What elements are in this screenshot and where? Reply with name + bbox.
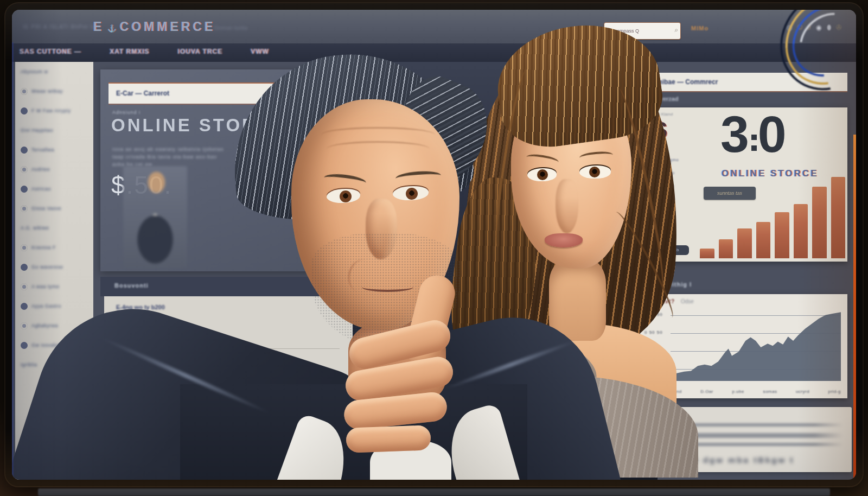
x-axis-label: p.ube <box>732 389 744 394</box>
app-title-pre: E <box>93 20 104 34</box>
sidebar-item-icon <box>21 88 28 95</box>
sidebar-item[interactable]: Wwae witkay <box>15 81 93 101</box>
sidebar-item-icon <box>21 264 28 271</box>
woman-eye-right <box>579 166 611 179</box>
woman-lips <box>545 233 583 247</box>
sidebar-item-label: Gissa Vasve <box>31 206 61 211</box>
copyright-icon[interactable]: © <box>797 24 803 31</box>
eye-icon[interactable]: ◉ <box>816 24 822 31</box>
sidebar-item-label: A waa tyme <box>31 284 60 289</box>
sidebar-item-icon <box>21 205 28 212</box>
area-chart-shape <box>671 309 841 381</box>
sidebar-item-label: Givi Haypitao <box>21 128 53 133</box>
sidebar-item-icon <box>21 303 28 310</box>
x-axis-label: D.Oar <box>700 389 713 394</box>
lock-icon[interactable]: ⬮ <box>827 24 831 31</box>
sidebar-item-label: Agbakyrwa <box>31 323 58 328</box>
bar-chart-bar <box>794 204 808 258</box>
sidebar-item-label: Tervallwa <box>31 147 54 152</box>
x-axis-label: prid-g <box>828 389 841 394</box>
sidebar-item-label: Asiricao <box>31 186 51 192</box>
topbar-left-blur-text: IE PRI A ISLATI BhPet Ul <box>23 24 97 30</box>
topbar-icon-cluster: ◍©∂◉⬮✇ <box>786 24 842 31</box>
sidebar-item-label: Avdrtee <box>31 167 50 172</box>
sidebar-item[interactable]: Avdrtee <box>15 160 93 179</box>
brand-logo-icon: ⚓ <box>107 24 116 33</box>
monitor-stand-base <box>38 488 830 496</box>
sidebar-item-label: A.G. wikiwe <box>21 225 49 231</box>
x-axis-label: somas <box>763 389 777 394</box>
settings-icon[interactable]: ✇ <box>836 24 842 31</box>
man-hand-on-chin <box>348 314 500 471</box>
sidebar-item-icon <box>21 147 28 154</box>
growth-bar-chart <box>700 150 845 258</box>
sidebar-item-label: Wwae witkay <box>31 88 63 94</box>
pensive-man-illustration <box>158 26 538 478</box>
sidebar-item-label: Ayya Gastro <box>31 303 61 309</box>
sidebar-item[interactable]: Asiricao <box>15 179 93 199</box>
sidebar-item[interactable]: A.G. wikiwe <box>15 218 93 238</box>
nav-item[interactable]: XAT RMXIS <box>110 48 149 55</box>
left-lower-strip-header: Bosuvonti <box>114 282 149 289</box>
store-kicker: Adnsiund i <box>112 110 141 115</box>
sidebar-item-icon <box>21 244 28 251</box>
sidebar-item[interactable]: Abyssum w <box>15 62 93 81</box>
sidebar-item-icon <box>21 322 28 329</box>
bar-chart-bar <box>719 239 733 258</box>
sidebar-item[interactable]: F W Faw Airypiy <box>15 101 93 120</box>
forehead-wrinkle <box>327 141 430 157</box>
sidebar-item-icon <box>21 107 28 115</box>
area-chart-plot <box>671 309 841 381</box>
link-icon[interactable]: ∂ <box>807 24 810 31</box>
bar-chart-bar <box>831 177 846 258</box>
globe-icon[interactable]: ◍ <box>786 24 792 31</box>
bar-chart-bar <box>737 228 752 258</box>
sidebar-item[interactable]: A waa tyme <box>15 277 93 296</box>
sidebar-item-label: Go waverese <box>31 264 63 270</box>
sidebar-item[interactable]: Go waverese <box>15 257 93 277</box>
sidebar-item-label: Igriblia <box>21 362 37 367</box>
metric-separator <box>750 114 758 152</box>
bar-chart-bar <box>756 222 771 258</box>
finger <box>346 425 431 453</box>
right-edge-orange-accent <box>853 135 856 480</box>
bar-chart-bar <box>700 249 714 258</box>
sidebar-item[interactable]: Kravssa F <box>15 238 93 257</box>
sidebar-item-icon <box>21 283 28 290</box>
sidebar-item-label: Abyssum w <box>21 69 48 74</box>
monitor-bezel: IE PRI A ISLATI BhPet Ul E⚓COMMERCE Giom… <box>4 2 864 487</box>
woman-neck <box>549 259 606 341</box>
bar-chart-bar <box>812 187 827 258</box>
forehead-wrinkle <box>321 127 435 143</box>
sidebar-item-icon <box>21 186 28 193</box>
sidebar-item-icon <box>21 166 28 173</box>
x-axis-labels: KondD.Oarp.ubesomasucryrdprid-g <box>671 389 841 394</box>
bar-chart-bar <box>775 212 789 258</box>
sidebar-item[interactable]: Ayya Gastro <box>15 296 93 316</box>
left-edge-blue-accent <box>12 42 14 480</box>
woman-nose <box>556 179 578 233</box>
monitor-screen: IE PRI A ISLATI BhPet Ul E⚓COMMERCE Giom… <box>12 10 856 480</box>
sidebar-item-label: F W Faw Airypiy <box>31 108 71 113</box>
nav-item[interactable]: SAS CUTTONE — <box>20 48 81 55</box>
sidebar-item-icon <box>21 342 28 349</box>
sidebar-item[interactable]: Tervallwa <box>15 140 93 160</box>
sidebar-item[interactable]: Givi Haypitao <box>15 120 93 140</box>
sidebar-item-label: Kravssa F <box>31 245 56 250</box>
sidebar-item[interactable]: Gissa Vasve <box>15 199 93 218</box>
x-axis-label: ucryrd <box>796 389 809 394</box>
